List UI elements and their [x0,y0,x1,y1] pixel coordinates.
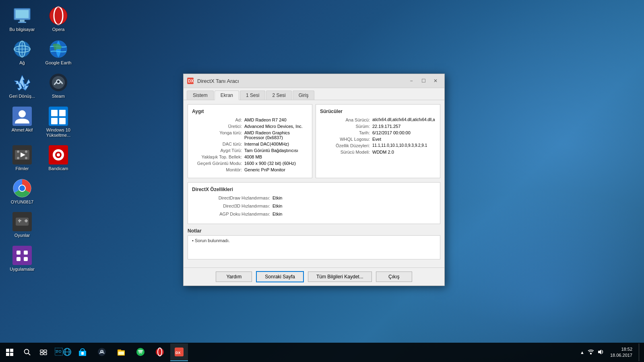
yardim-button[interactable]: Yardım [216,272,252,282]
svg-text:DX: DX [188,79,194,83]
suruculer-value-2: 6/12/2017 00:00:00 [372,130,436,135]
svg-rect-3 [18,22,26,23]
taskbar-dx-app[interactable]: DX [170,343,188,361]
ag-label: Ağ [19,60,25,66]
desktop-icon-bandicam[interactable]: Bandicam [42,143,74,173]
desktop-icon-steam[interactable]: Steam [42,71,74,101]
desktop-icon-oyunlar[interactable]: Oyunlar [6,210,38,240]
search-button[interactable] [19,343,35,362]
oyun0817-label: OYUN0817 [11,200,33,205]
svg-rect-62 [44,350,47,352]
feature-row-0: DirectDraw Hızlandırması: Etkin [192,195,436,200]
svg-point-39 [19,185,25,191]
feature-value-0: Etkin [272,195,282,200]
notes-title: Notlar [188,228,440,234]
network-icon [12,39,32,59]
aygit-value-1: Advanced Micro Devices, Inc. [244,124,308,129]
taskbar-opera-app[interactable] [151,343,169,361]
feature-value-1: Etkin [272,204,282,208]
pc-label: Bu bilgisayar [10,27,35,32]
desktop-icon-windows10[interactable]: Windows 10 Yükseltme... [42,105,74,140]
directx-window: DX DirectX Tanı Aracı − ☐ ✕ Sistem Ekran… [183,74,445,286]
svg-rect-52 [24,257,28,261]
task-view-button[interactable] [35,343,52,362]
taskbar-steam-app[interactable] [93,343,111,361]
aygit-row-2: Yonga türü: AMD Radeon Graphics Processo… [192,130,308,140]
aygit-row-1: Üretici: Advanced Micro Devices, Inc. [192,124,308,129]
aygit-label-2: Yonga türü: [192,130,244,140]
desktop-icon-opera[interactable]: Opera [42,4,74,34]
taskbar-spotify[interactable] [132,343,149,361]
tab-sistem[interactable]: Sistem [187,90,214,100]
tab-ekran[interactable]: Ekran [215,90,239,100]
svg-rect-50 [24,251,28,255]
maximize-button[interactable]: ☐ [418,76,429,85]
aygit-value-5: 4008 MB [244,154,308,159]
clock-time: 18:52 [610,346,632,352]
tray-expand[interactable]: ▲ [580,350,584,355]
feature-value-2: Etkin [272,212,282,216]
desktop-icon-ag[interactable]: Ağ [6,37,38,68]
tab-giris[interactable]: Giriş [293,90,315,100]
desktop-icon-geri-donusum[interactable]: Geri Dönüş... [6,71,38,101]
taskbar-ie[interactable]:  [54,343,72,361]
feature-label-2: AGP Doku Hızlandırması: [192,212,272,216]
kaydet-button[interactable]: Tüm Bilgileri Kaydet... [308,272,372,282]
aygit-label-1: Üretici: [192,124,244,129]
svg-rect-56 [10,349,13,352]
suruculer-row-1: Sürüm: 22.19.171.257 [320,124,436,129]
ahmet-akif-label: Ahmet Akif [12,128,33,133]
svg-rect-63 [40,353,43,355]
svg-point-77 [156,348,164,356]
svg-point-17 [57,80,60,83]
svg-rect-48 [12,246,32,265]
suruculer-value-1: 22.19.171.257 [372,124,436,129]
svg-point-35 [57,153,60,156]
taskbar-store[interactable] [74,343,91,361]
sonraki-button[interactable]: Sonraki Sayfa [256,271,304,282]
start-button[interactable] [0,343,19,362]
network-tray-icon[interactable] [588,349,594,356]
svg-point-28 [25,150,27,153]
suruculer-value-0: aticfx64.dll,aticfx64.dll,aticfx64.dll,a [372,117,436,122]
minimize-button[interactable]: − [406,76,417,85]
window-titlebar: DX DirectX Tanı Aracı − ☐ ✕ [184,74,444,88]
bandicam-label: Bandicam [49,166,68,171]
close-button[interactable]: ✕ [430,76,441,85]
tab-2-sesi[interactable]: 2 Sesi [266,90,291,100]
aygit-label-5: Yaklaşık Top. Bellek: [192,154,244,159]
desktop-icon-ahmet-akif[interactable]: Ahmet Akif [6,105,38,140]
opera-icon [49,6,68,25]
taskbar:  [0,343,644,362]
desktop-icon-google-earth[interactable]: Google Earth [42,37,74,68]
svg-rect-57 [6,353,9,356]
svg-rect-55 [6,349,9,352]
desktop-icon-filmler[interactable]: Filmler [6,143,38,173]
desktop-icon-oyun0817[interactable]: OYUN0817 [6,177,38,207]
desktop-icon-bu-bilgisayar[interactable]: Bu bilgisayar [6,4,38,34]
suruculer-label-2: Tarih: [320,130,372,135]
directx-title-icon: DX [187,77,194,84]
svg-rect-49 [17,251,21,255]
chrome-icon [12,179,32,198]
aygit-value-4: Tam Görüntü Bağdaştırıcısı [244,148,308,153]
suruculer-value-3: Evet [372,137,436,142]
svg-point-59 [25,350,29,354]
aygit-value-2: AMD Radeon Graphics Processor (0x6837) [244,130,308,140]
cikis-button[interactable]: Çıkış [376,272,412,282]
desktop-icon-uygulamalar[interactable]: Uygulamalar [6,244,38,274]
filmler-label: Filmler [16,166,29,171]
volume-tray-icon[interactable] [597,349,604,356]
svg-point-29 [17,157,19,159]
show-desktop-button[interactable] [639,343,642,361]
suruculer-label-5: Sürücü Modeli: [320,150,372,154]
svg-rect-24 [59,118,66,124]
feature-row-1: Direct3D Hızlandırması: Etkin [192,204,436,208]
taskbar-time[interactable]: 18:52 18.06.2017 [607,346,636,359]
taskbar-explorer[interactable] [112,343,130,361]
tab-1-sesi[interactable]: 1 Sesi [240,90,265,100]
suruculer-value-5: WDDM 2.0 [372,150,436,154]
system-tray: ▲ 18:52 18.06.2017 [578,343,644,361]
svg-text:DX: DX [175,351,181,355]
windows10-icon [49,107,68,126]
